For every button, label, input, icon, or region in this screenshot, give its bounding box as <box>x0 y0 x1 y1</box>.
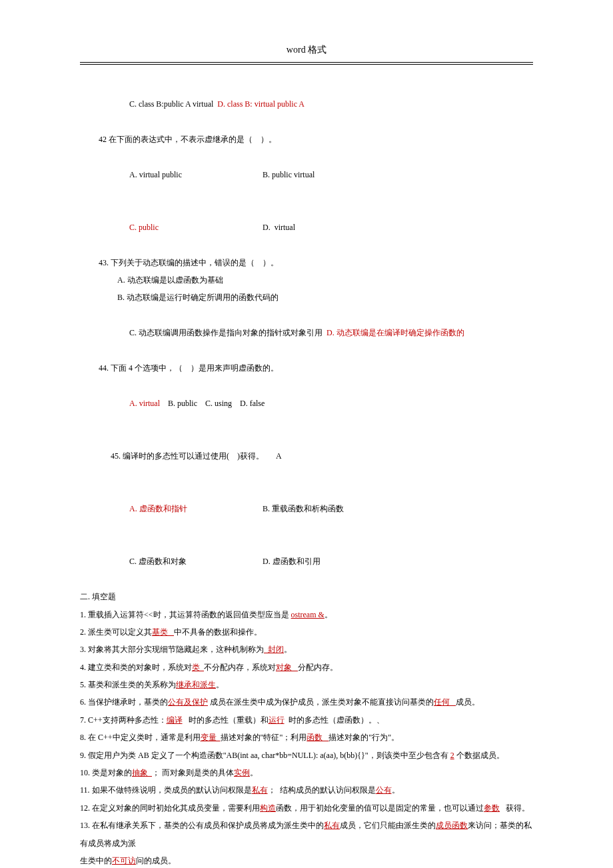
ans: 基类 <box>152 627 174 637</box>
fill-10: 10. 类是对象的抽象 ； 而对象则是类的具体实例。 <box>80 764 533 781</box>
ans: 公有 <box>376 785 392 795</box>
q44-opt-d: D. false <box>240 399 265 408</box>
ans: 函数 <box>306 733 328 742</box>
t: 成员，它们只能由派生类的 <box>340 821 436 830</box>
fill-1: 1. 重载插入运算符<<时，其运算符函数的返回值类型应当是 ostream &。 <box>80 606 533 623</box>
fill-6: 6. 当保护继承时，基类的公有及保护 成员在派生类中成为保护成员，派生类对象不能… <box>80 693 533 711</box>
q42-opt-a: A. virtual public <box>129 166 263 183</box>
t: 获得。 <box>500 803 530 813</box>
q42-options-ab: A. virtual publicB. public virtual <box>80 148 533 201</box>
ans: 对象 <box>276 663 298 672</box>
q42-opt-b: B. public virtual <box>263 166 314 183</box>
q43-opt-c: C. 动态联编调用函数操作是指向对象的指针或对象引用 <box>129 328 322 337</box>
t: 11. 如果不做特殊说明，类成员的默认访问权限是 <box>80 785 252 795</box>
q43-opt-b: B. 动态联编是运行时确定所调用的函数代码的 <box>80 289 533 306</box>
header-rule-1 <box>80 62 533 63</box>
t: 8. 在 C++中定义类时，通常是利用 <box>80 733 201 742</box>
t: 2. 派生类可以定义其 <box>80 627 152 637</box>
ans: 任何 <box>434 697 456 707</box>
t: ； 而对象则是类的具体 <box>152 768 234 777</box>
q45-stem-row: 45. 编译时的多态性可以通过使用( )获得。 A <box>80 430 533 483</box>
content-body: C. class B:public A virtual D. class B: … <box>80 78 533 868</box>
t: 时的多态性（虚函数）。、 <box>285 715 384 725</box>
t: 描述对象的"特征"；利用 <box>221 733 307 742</box>
q42-options-cd: C. publicD. virtual <box>80 201 533 254</box>
q43-opt-d: D. 动态联编是在编译时确定操作函数的 <box>326 328 464 337</box>
ans: 构造 <box>260 803 276 813</box>
q45-opt-d: D. 虚函数和引用 <box>263 553 320 570</box>
q43-opt-a: A. 动态联编是以虚函数为基础 <box>80 271 533 289</box>
document-page: word 格式 C. class B:public A virtual D. c… <box>0 0 613 868</box>
t: 分配内存。 <box>298 663 338 672</box>
t: 10. 类是对象的 <box>80 768 132 777</box>
q44-opt-c: C. using <box>205 399 232 408</box>
t: 个数据成员。 <box>454 751 504 760</box>
q45-opt-b: B. 重载函数和析构函数 <box>263 500 344 517</box>
fill-9: 9. 假定用户为类 AB 定义了一个构造函数"AB(int aa, char*b… <box>80 747 533 764</box>
t: 函数，用于初始化变量的值可以是固定的常量，也可以通过 <box>276 803 484 813</box>
fill-13b: 生类中的不可访问的成员。 <box>80 852 533 868</box>
q45-options-cd: C. 虚函数和对象D. 虚函数和引用 <box>80 535 533 588</box>
fill-3: 3. 对象将其大部分实现细节隐藏起来，这种机制称为 封闭。 <box>80 641 533 658</box>
q45-stem: 45. 编译时的多态性可以通过使用( )获得。 <box>111 451 264 461</box>
q41-opt-d: D. class B: virtual public A <box>217 99 305 109</box>
header-rule-2 <box>80 64 533 65</box>
ans: 类 <box>192 663 204 672</box>
t: 1. 重载插入运算符<<时，其运算符函数的返回值类型应当是 <box>80 610 291 619</box>
t: 7. C++支持两种多态性： <box>80 715 167 725</box>
ans: 运行 <box>269 715 285 725</box>
q41-opt-c: C. class B:public A virtual <box>129 99 213 109</box>
fill-4: 4. 建立类和类的对象时，系统对类 不分配内存，系统对对象 分配内存。 <box>80 659 533 676</box>
ans: 抽象 <box>132 768 152 777</box>
q44-options: A. virtual B. public C. using D. false <box>80 377 533 429</box>
page-header: word 格式 <box>80 40 533 62</box>
t: 。 <box>324 610 332 619</box>
t: 不分配内存，系统对 <box>204 663 276 672</box>
t: 。 <box>284 645 292 654</box>
fill-5: 5. 基类和派生类的关系称为继承和派生。 <box>80 676 533 693</box>
t: 中不具备的数据和操作。 <box>174 627 262 637</box>
ans: 公有及保护 <box>168 697 208 707</box>
t: 问的成员。 <box>136 856 176 865</box>
q43-options-cd: C. 动态联编调用函数操作是指向对象的指针或对象引用 D. 动态联编是在编译时确… <box>80 307 533 359</box>
ans: 封闭 <box>264 645 284 654</box>
t: 13. 在私有继承关系下，基类的公有成员和保护成员将成为派生类中的 <box>80 821 324 830</box>
ans: 继承和派生 <box>176 680 216 689</box>
t: 生类中的 <box>80 856 112 865</box>
t: 12. 在定义对象的同时初始化其成员变量，需要利用 <box>80 803 260 813</box>
ans: 实例 <box>234 768 250 777</box>
fill-12: 12. 在定义对象的同时初始化其成员变量，需要利用构造函数，用于初始化变量的值可… <box>80 799 533 817</box>
q44-opt-b: B. public <box>168 399 197 408</box>
t: 6. 当保护继承时，基类的 <box>80 697 168 707</box>
t: 成员。 <box>456 697 480 707</box>
q42-opt-c: C. public <box>129 219 263 236</box>
q45-answer: A <box>276 451 282 461</box>
ans: 变量 <box>201 733 221 742</box>
q45-opt-c: C. 虚函数和对象 <box>129 553 263 570</box>
t: 成员在派生类中成为保护成员，派生类对象不能直接访问基类的 <box>208 697 434 707</box>
q44-opt-a: A. virtual <box>129 399 160 408</box>
q44-stem: 44. 下面 4 个选项中，（ ）是用来声明虚函数的。 <box>80 359 533 377</box>
ans: 成员函数 <box>436 821 468 830</box>
q42-opt-d: D. virtual <box>263 219 295 236</box>
t: 。 <box>250 768 258 777</box>
ans: 不可访 <box>112 856 136 865</box>
t: 9. 假定用户为类 AB 定义了一个构造函数"AB(int aa, char*b… <box>80 751 450 760</box>
q41-options-cd: C. class B:public A virtual D. class B: … <box>80 78 533 131</box>
t: 描述对象的"行为"。 <box>328 733 399 742</box>
t: 3. 对象将其大部分实现细节隐藏起来，这种机制称为 <box>80 645 264 654</box>
ans: 私有 <box>252 785 268 795</box>
t: 时的多态性（重载）和 <box>183 715 269 725</box>
fill-2: 2. 派生类可以定义其基类 中不具备的数据和操作。 <box>80 623 533 641</box>
ans: 编译 <box>167 715 183 725</box>
ans: 私有 <box>324 821 340 830</box>
fill-11: 11. 如果不做特殊说明，类成员的默认访问权限是私有； 结构成员的默认访问权限是… <box>80 781 533 799</box>
t: ； 结构成员的默认访问权限是 <box>268 785 376 795</box>
t: 4. 建立类和类的对象时，系统对 <box>80 663 192 672</box>
fill-8: 8. 在 C++中定义类时，通常是利用变量 描述对象的"特征"；利用函数 描述对… <box>80 729 533 746</box>
t: 。 <box>392 785 400 795</box>
ans: 参数 <box>484 803 500 813</box>
t: 5. 基类和派生类的关系称为 <box>80 680 176 689</box>
q42-stem: 42 在下面的表达式中，不表示虚继承的是（ ）。 <box>80 131 533 148</box>
t: 。 <box>216 680 224 689</box>
